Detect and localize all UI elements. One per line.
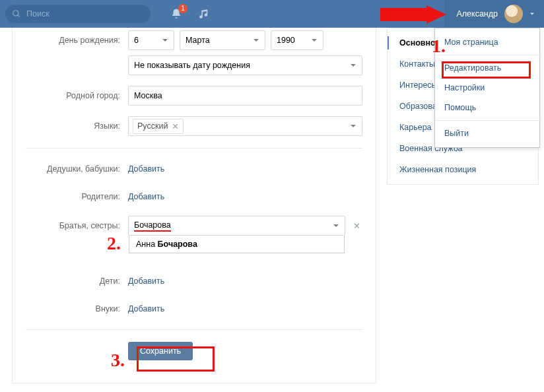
arrow-annotation: [380, 5, 446, 24]
chevron-down-icon: [162, 37, 168, 44]
chevron-down-icon: [311, 37, 318, 44]
svg-point-0: [13, 11, 18, 16]
menu-item-settings[interactable]: Настройки: [435, 78, 539, 98]
children-label: Дети:: [13, 277, 128, 286]
grandchildren-label: Внуки:: [13, 304, 128, 313]
save-button[interactable]: Сохранить: [128, 342, 193, 360]
avatar: [504, 5, 523, 23]
languages-input[interactable]: Русский ✕: [128, 116, 362, 136]
hometown-input[interactable]: Москва: [128, 86, 362, 106]
notification-badge: 1: [178, 4, 187, 13]
add-grandparent-link[interactable]: Добавить: [128, 164, 164, 174]
languages-label: Языки:: [13, 121, 128, 131]
notifications-button[interactable]: 1: [170, 8, 182, 20]
add-grandchild-link[interactable]: Добавить: [128, 304, 164, 313]
edit-profile-card: День рождения: 6 Марта 1990: [12, 28, 376, 383]
add-child-link[interactable]: Добавить: [128, 277, 164, 286]
hometown-label: Родной город:: [13, 91, 128, 100]
profile-name: Александр: [456, 9, 498, 18]
siblings-label: Братья, сестры:: [13, 221, 128, 230]
search-placeholder: Поиск: [26, 9, 50, 18]
svg-marker-2: [380, 5, 446, 24]
bday-day-select[interactable]: 6: [128, 30, 174, 50]
birthday-label: День рождения:: [13, 36, 128, 45]
divider: [26, 329, 362, 330]
menu-item-help[interactable]: Помощь: [435, 98, 539, 117]
music-icon: [198, 8, 210, 20]
siblings-input[interactable]: Бочарова Анна Бочарова: [128, 216, 345, 236]
chevron-down-icon: [333, 222, 339, 229]
siblings-suggestion[interactable]: Анна Бочарова: [129, 236, 345, 253]
chevron-down-icon: [350, 62, 357, 69]
parents-label: Родители:: [13, 192, 128, 201]
bday-visibility-select[interactable]: Не показывать дату рождения: [128, 55, 362, 75]
menu-item-my-page[interactable]: Моя страница: [435, 32, 539, 52]
sidebar-item-life[interactable]: Жизненная позиция: [388, 159, 538, 180]
music-button[interactable]: [198, 8, 210, 20]
remove-tag-icon[interactable]: ✕: [172, 121, 179, 131]
language-tag[interactable]: Русский ✕: [133, 119, 184, 134]
header-icons: 1: [170, 8, 210, 20]
menu-separator: [435, 120, 539, 121]
divider: [26, 148, 362, 148]
search-input[interactable]: Поиск: [5, 5, 151, 23]
user-dropdown-menu: Моя страница Редактировать Настройки Пом…: [434, 28, 540, 148]
menu-item-edit[interactable]: Редактировать: [435, 58, 539, 78]
add-parent-link[interactable]: Добавить: [128, 192, 164, 201]
search-icon: [12, 9, 21, 18]
svg-line-1: [18, 15, 20, 17]
bday-month-select[interactable]: Марта: [180, 30, 265, 50]
chevron-down-icon: [529, 11, 535, 16]
clear-sibling-icon[interactable]: ✕: [351, 221, 362, 231]
chevron-down-icon: [253, 37, 259, 44]
menu-separator: [435, 55, 539, 55]
bday-year-select[interactable]: 1990: [271, 30, 323, 50]
grandparents-label: Дедушки, бабушки:: [13, 164, 128, 174]
chevron-down-icon: [350, 123, 357, 129]
top-header: Поиск 1 Александр: [0, 0, 544, 28]
menu-item-logout[interactable]: Выйти: [435, 123, 539, 143]
profile-menu-button[interactable]: Александр: [444, 0, 544, 28]
